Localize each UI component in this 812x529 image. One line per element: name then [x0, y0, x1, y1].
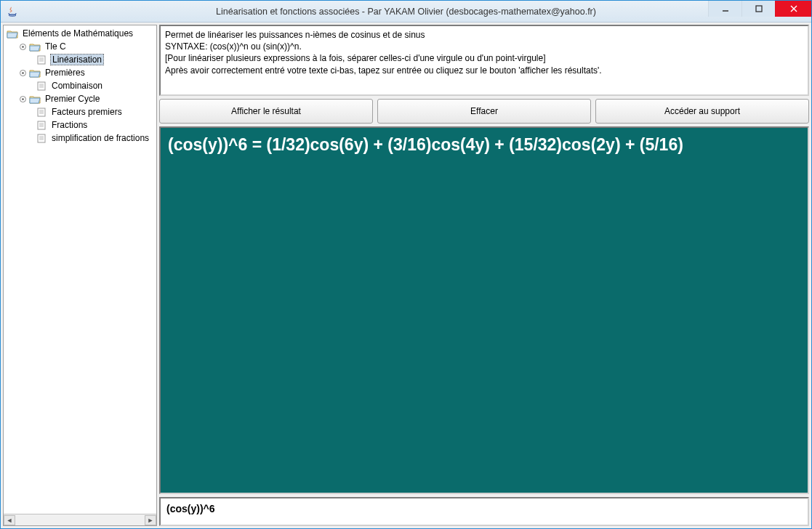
file-icon: [36, 55, 47, 65]
description-box: Permet de linéariser les puissances n-iè…: [159, 25, 809, 96]
client-area: Eléments de Mathématiques Tle C Linéaris…: [1, 23, 811, 528]
collapse-icon[interactable]: [20, 96, 26, 102]
tree-node-premieres[interactable]: Premières: [4, 66, 156, 79]
sidebar: Eléments de Mathématiques Tle C Linéaris…: [3, 25, 157, 526]
folder-open-icon: [29, 68, 41, 78]
tree-leaf-combinaison[interactable]: Combinaison: [4, 79, 156, 92]
support-button[interactable]: Accéder au support: [595, 99, 809, 124]
collapse-icon[interactable]: [20, 44, 26, 50]
file-icon: [36, 121, 47, 130]
result-area[interactable]: (cos(y))^6 = (1/32)cos(6y) + (3/16)cos(4…: [159, 126, 809, 494]
scroll-track[interactable]: [15, 515, 145, 525]
button-row: Afficher le résultat Effacer Accéder au …: [159, 99, 809, 124]
collapse-icon[interactable]: [20, 70, 26, 76]
svg-point-18: [22, 98, 24, 100]
window-controls: [708, 1, 811, 22]
folder-open-icon: [29, 94, 41, 104]
main-panel: Permet de linéariser les puissances n-iè…: [159, 25, 809, 526]
desc-line: SYNTAXE: (cos(x))^n ou (sin(x))^n.: [165, 41, 803, 52]
show-result-button[interactable]: Afficher le résultat: [159, 99, 373, 124]
tree-leaf-linearisation[interactable]: Linéarisation: [4, 53, 156, 66]
tree-leaf-facteurs[interactable]: Facteurs premiers: [4, 105, 156, 118]
tree-node-tlec[interactable]: Tle C: [4, 40, 156, 53]
expression-input[interactable]: [166, 503, 802, 514]
java-icon: [7, 6, 18, 17]
title-bar[interactable]: Linéarisation et fonctions associées - P…: [1, 1, 811, 23]
maximize-button[interactable]: [741, 1, 775, 17]
input-area[interactable]: [159, 497, 809, 526]
tree-view[interactable]: Eléments de Mathématiques Tle C Linéaris…: [4, 25, 156, 514]
desc-line: [Pour linéariser plusieurs expressions à…: [165, 52, 803, 64]
file-icon: [36, 134, 47, 143]
svg-rect-2: [756, 6, 762, 12]
desc-line: Permet de linéariser les puissances n-iè…: [165, 29, 803, 41]
window-title: Linéarisation et fonctions associées - P…: [216, 7, 596, 17]
svg-point-12: [22, 72, 24, 74]
scroll-left-icon[interactable]: ◄: [4, 515, 15, 525]
close-button[interactable]: [775, 1, 811, 17]
minimize-button[interactable]: [708, 1, 741, 17]
scroll-right-icon[interactable]: ►: [145, 515, 156, 525]
folder-open-icon: [7, 29, 18, 39]
tree-root[interactable]: Eléments de Mathématiques: [4, 27, 156, 40]
app-window: Linéarisation et fonctions associées - P…: [0, 0, 812, 529]
file-icon: [36, 108, 47, 117]
tree-leaf-simplification[interactable]: simplification de fractions: [4, 132, 156, 145]
folder-open-icon: [29, 42, 41, 52]
desc-line: Après avoir correctement entré votre tex…: [165, 65, 803, 76]
clear-button[interactable]: Effacer: [377, 99, 591, 124]
horizontal-scrollbar[interactable]: ◄ ►: [4, 514, 156, 525]
svg-point-6: [22, 46, 24, 48]
tree-node-premier-cycle[interactable]: Premier Cycle: [4, 92, 156, 105]
tree-leaf-fractions[interactable]: Fractions: [4, 118, 156, 132]
file-icon: [36, 81, 47, 91]
